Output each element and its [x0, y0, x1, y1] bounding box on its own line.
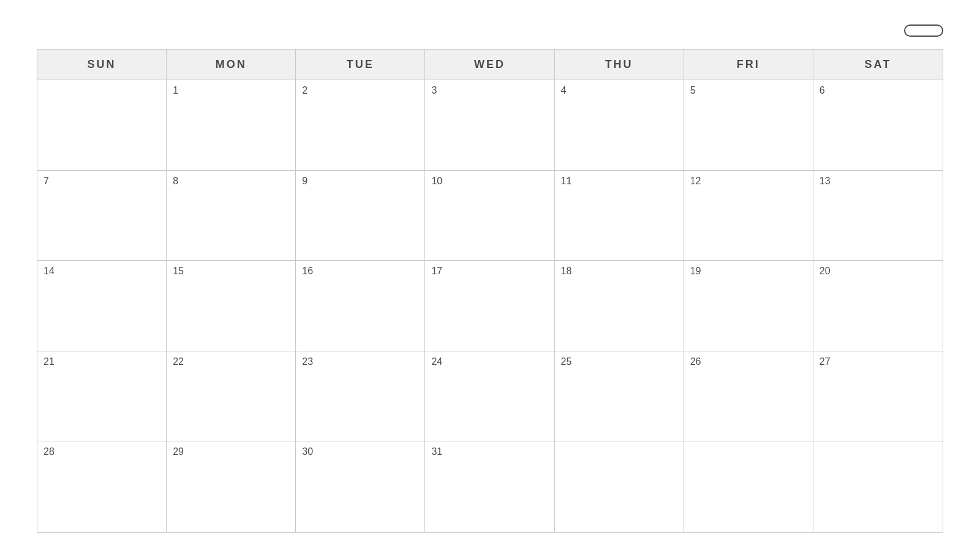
day-header-fri: FRI	[684, 50, 813, 80]
day-cell[interactable]	[555, 441, 684, 532]
day-header-thu: THU	[555, 50, 684, 80]
day-header-sat: SAT	[813, 50, 943, 80]
day-cell[interactable]: 5	[684, 80, 813, 171]
day-number: 4	[561, 85, 567, 96]
day-cell[interactable]: 28	[37, 441, 167, 532]
day-cell[interactable]: 21	[37, 351, 167, 442]
day-number: 19	[690, 266, 701, 277]
day-cell[interactable]: 11	[555, 171, 684, 261]
day-cell[interactable]: 10	[425, 171, 554, 261]
day-cell[interactable]: 27	[813, 351, 943, 442]
day-cell[interactable]: 30	[296, 441, 425, 532]
day-number: 18	[561, 266, 572, 277]
day-cell[interactable]: 7	[37, 171, 167, 261]
day-number: 9	[302, 176, 307, 187]
day-number: 16	[302, 266, 313, 277]
week-row-5: 28293031	[37, 441, 943, 532]
day-number: 24	[431, 356, 442, 367]
day-cell[interactable]: 17	[425, 261, 554, 351]
day-cell[interactable]: 6	[813, 80, 943, 171]
day-number: 1	[173, 85, 178, 96]
day-number: 6	[820, 85, 825, 96]
day-cell[interactable]: 29	[167, 441, 296, 532]
day-number: 29	[173, 446, 184, 457]
day-cell[interactable]: 26	[684, 351, 813, 442]
weeks-container: 1234567891011121314151617181920212223242…	[37, 80, 943, 532]
day-cell[interactable]: 1	[167, 80, 296, 171]
day-header-wed: WED	[425, 50, 554, 80]
day-cell[interactable]: 9	[296, 171, 425, 261]
day-cell[interactable]	[37, 80, 167, 171]
day-number: 10	[431, 176, 442, 187]
day-number: 31	[431, 446, 442, 457]
day-cell[interactable]: 13	[813, 171, 943, 261]
day-cell[interactable]: 22	[167, 351, 296, 442]
day-header-tue: TUE	[296, 50, 425, 80]
day-cell[interactable]: 18	[555, 261, 684, 351]
day-cell[interactable]: 19	[684, 261, 813, 351]
day-cell[interactable]	[813, 441, 943, 532]
day-number: 17	[431, 266, 442, 277]
day-cell[interactable]: 25	[555, 351, 684, 442]
week-row-4: 21222324252627	[37, 351, 943, 442]
day-cell[interactable]: 23	[296, 351, 425, 442]
day-cell[interactable]: 24	[425, 351, 554, 442]
day-cell[interactable]: 4	[555, 80, 684, 171]
day-number: 26	[690, 356, 701, 367]
day-number: 3	[431, 85, 437, 96]
day-cell[interactable]	[684, 441, 813, 532]
day-cell[interactable]: 14	[37, 261, 167, 351]
day-number: 20	[820, 266, 831, 277]
day-cell[interactable]: 12	[684, 171, 813, 261]
day-cell[interactable]: 3	[425, 80, 554, 171]
day-number: 7	[43, 176, 49, 187]
day-number: 15	[173, 266, 184, 277]
day-number: 28	[43, 446, 55, 457]
day-cell[interactable]: 8	[167, 171, 296, 261]
day-number: 14	[43, 266, 55, 277]
day-cell[interactable]: 16	[296, 261, 425, 351]
calendar-container: SUNMONTUEWEDTHUFRISAT 123456789101112131…	[0, 0, 980, 551]
week-row-1: 123456	[37, 80, 943, 171]
day-number: 2	[302, 85, 307, 96]
day-number: 8	[173, 176, 178, 187]
day-cell[interactable]: 15	[167, 261, 296, 351]
days-header: SUNMONTUEWEDTHUFRISAT	[37, 50, 943, 80]
day-number: 21	[43, 356, 55, 367]
day-cell[interactable]: 31	[425, 441, 554, 532]
week-row-3: 14151617181920	[37, 261, 943, 351]
week-row-2: 78910111213	[37, 171, 943, 261]
year-badge	[904, 24, 943, 37]
day-header-sun: SUN	[37, 50, 167, 80]
day-number: 22	[173, 356, 184, 367]
day-number: 11	[561, 176, 572, 187]
day-number: 5	[690, 85, 696, 96]
day-header-mon: MON	[167, 50, 296, 80]
day-number: 13	[820, 176, 831, 187]
calendar-grid: SUNMONTUEWEDTHUFRISAT 123456789101112131…	[37, 49, 943, 533]
day-cell[interactable]: 2	[296, 80, 425, 171]
day-cell[interactable]: 20	[813, 261, 943, 351]
day-number: 30	[302, 446, 313, 457]
calendar-header	[37, 24, 943, 37]
day-number: 23	[302, 356, 313, 367]
day-number: 12	[690, 176, 701, 187]
day-number: 25	[561, 356, 572, 367]
day-number: 27	[820, 356, 831, 367]
